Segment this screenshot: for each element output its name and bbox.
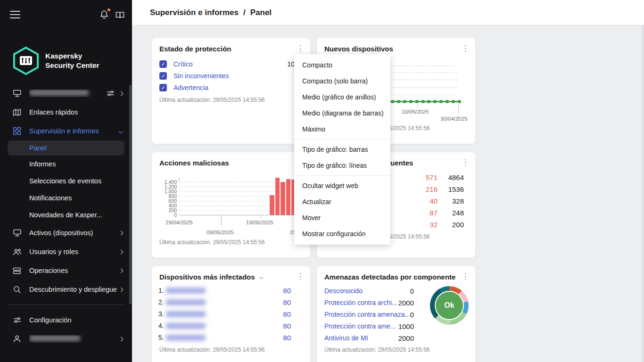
sidebar-topbar [0,0,132,29]
device-name-redacted[interactable] [166,335,206,341]
checkbox-ok[interactable]: ✓ [159,72,167,80]
threat-count-total: 1536 [431,185,464,193]
axis-tick-end [458,102,459,117]
notifications-bell-icon[interactable] [99,9,110,21]
sidebar-item-assets[interactable]: Activos (dispositivos) [0,223,132,242]
checkbox-warning[interactable]: ✓ [159,84,167,91]
checkbox-critical[interactable]: ✓ [159,60,167,68]
device-name-redacted[interactable] [166,311,206,317]
server-settings-sliders-icon[interactable] [107,90,115,97]
chevron-right-icon [119,268,124,273]
menu-item-compact[interactable]: Compacto [294,57,390,73]
x-axis-line [179,215,300,215]
menu-divider [294,139,390,140]
sidebar-item-users-roles[interactable]: Usuarios y roles [0,242,132,261]
component-value: 0 [386,287,414,295]
menu-item-medium-donut[interactable]: Medio (gráfico de anillos) [294,89,390,105]
component-link[interactable]: Desconocido [324,287,363,295]
infected-device-row: 5. 80 [158,333,303,342]
device-count-link[interactable]: 80 [283,287,291,295]
device-count-link[interactable]: 80 [283,334,291,342]
menu-item-move[interactable]: Mover [294,210,390,226]
menu-toggle-icon[interactable] [10,11,20,18]
breadcrumb-section[interactable]: Supervisión e informes [150,8,239,17]
sidebar: Kaspersky Security Center [0,0,132,362]
sidebar-scrollbar[interactable] [129,85,132,304]
device-count-link[interactable]: 80 [283,310,291,318]
sidebar-item-quick-links[interactable]: Enlaces rápidos [0,103,132,122]
sidebar-item-news[interactable]: Novedades de Kasper... [0,206,132,223]
username-redacted [29,335,80,341]
sidebar-item-label: Panel [29,144,47,152]
component-link[interactable]: Protección contra ame... [324,322,396,330]
kebab-menu-icon[interactable]: ⋮ [460,43,471,54]
axis-tick [417,104,418,108]
status-link-ok[interactable]: Sin inconvenientes [173,72,229,80]
menu-item-refresh[interactable]: Actualizar [294,194,390,210]
row-index: 3. [158,310,164,318]
component-link[interactable]: Antivirus de MI [324,334,368,342]
device-name-redacted[interactable] [166,323,206,329]
menu-item-hide-widget[interactable]: Ocultar widget web [294,178,390,194]
infected-device-row: 4. 80 [158,321,303,330]
widget-title[interactable]: Dispositivos más infectados [159,273,262,281]
widget-title: Acciones maliciosas [159,159,229,167]
sidebar-item-label: Configuración [29,316,123,324]
server-monitor-icon [12,89,22,98]
sidebar-item-monitoring[interactable]: Supervisión e informes [0,122,132,140]
logo-line2: Security Center [45,61,99,70]
kebab-menu-icon[interactable]: ⋮ [460,157,471,168]
menu-item-maximum[interactable]: Máximo [294,121,390,137]
sidebar-item-panel[interactable]: Panel [8,140,124,156]
y-axis-label: 0 [158,213,177,217]
menu-item-chart-type-lines[interactable]: Tipo de gráfico: líneas [294,157,390,173]
app-logo: Kaspersky Security Center [12,46,99,75]
device-count-link[interactable]: 80 [283,298,291,306]
sidebar-nav: Enlaces rápidos Supervisión e informes P… [0,84,132,348]
sidebar-item-reports[interactable]: Informes [0,156,132,173]
breadcrumb: Supervisión e informes/Panel [150,8,272,17]
widget-threats-by-component: Amenazas detectadas por componente ⋮ Des… [317,266,475,362]
logo-line1: Kaspersky [45,51,99,61]
kebab-menu-icon[interactable]: ⋮ [295,271,305,282]
widget-title: Estado de protección [159,45,231,53]
row-index: 1. [158,287,164,294]
sidebar-item-user-account[interactable] [0,329,132,348]
chevron-right-icon [119,337,124,341]
sidebar-item-event-selections[interactable]: Selecciones de eventos [0,173,132,189]
threat-count-total: 200 [431,221,464,229]
menu-item-chart-type-bars[interactable]: Tipo de gráfico: barras [294,141,390,157]
axis-tick [261,215,261,219]
menu-item-compact-bar-only[interactable]: Compacto (solo barra) [294,73,390,89]
content-scrollbar[interactable] [642,25,644,362]
documentation-book-icon[interactable] [115,10,125,20]
axis-label: 09/05/2025 [206,230,234,235]
status-link-warning[interactable]: Advertencia [173,84,208,91]
sidebar-item-settings[interactable]: Configuración [0,311,132,329]
device-name-redacted[interactable] [166,288,206,294]
widget-context-menu: Compacto Compacto (solo barra) Medio (gr… [294,54,390,245]
widget-most-infected: Dispositivos más infectados ⋮ 1. 80 2. 8… [152,266,310,362]
breadcrumb-page: Panel [250,8,272,17]
device-count-link[interactable]: 80 [283,322,291,330]
search-icon [12,285,22,294]
sidebar-item-label: Operaciones [29,267,119,274]
sidebar-item-notifications[interactable]: Notificaciones [0,189,132,206]
last-updated-text: Última actualización: 29/05/2025 14:55:5… [324,346,429,353]
widget-protection-status: Estado de protección ⋮ ✓ Crítico 100 ✓ S… [152,38,310,144]
user-icon [12,335,22,343]
kebab-menu-icon[interactable]: ⋮ [295,43,305,54]
last-updated-text: Última actualización: 29/05/2025 14:55:5… [159,346,264,353]
sidebar-item-operations[interactable]: Operaciones [0,261,132,280]
server-chevron-right-icon[interactable] [119,91,124,96]
status-link-critical[interactable]: Crítico [173,60,192,68]
kebab-menu-icon[interactable]: ⋮ [460,271,471,282]
threat-count-total: 4864 [431,173,464,181]
sidebar-item-discovery[interactable]: Descubrimiento y despliegue [0,280,132,299]
menu-item-medium-bars[interactable]: Medio (diagrama de barras) [294,105,390,121]
chevron-right-icon [119,230,124,235]
threat-count-total: 248 [431,209,464,217]
device-name-redacted[interactable] [166,299,206,305]
menu-item-show-settings[interactable]: Mostrar configuración [294,226,390,242]
sidebar-item-server[interactable] [0,84,132,103]
